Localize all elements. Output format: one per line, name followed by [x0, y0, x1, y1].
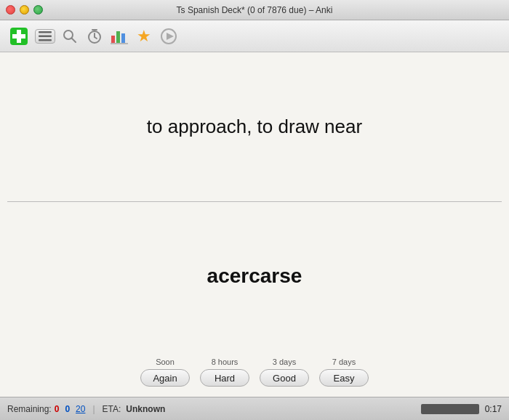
hard-button[interactable]: Hard — [200, 369, 249, 387]
svg-line-7 — [72, 38, 76, 42]
eta-label: ETA: — [103, 404, 121, 414]
card-front: to approach, to draw near — [0, 52, 509, 201]
browse-button[interactable] — [35, 29, 55, 44]
progress-bar-fill — [421, 404, 479, 414]
play-icon — [160, 28, 177, 45]
answer-buttons-area: Soon Again 8 hours Hard 3 days Good 7 da… — [0, 350, 509, 397]
status-bar: Remaining: 0 0 20 | ETA: Unknown 0:17 — [0, 397, 509, 420]
add-button[interactable] — [7, 25, 31, 48]
answer-group-again: Soon Again — [140, 358, 190, 387]
svg-line-10 — [95, 37, 97, 39]
svg-rect-13 — [116, 31, 120, 43]
timer-button[interactable] — [84, 26, 105, 47]
answer-label-1: 8 hours — [212, 358, 239, 366]
time-display: 0:17 — [485, 404, 502, 414]
remaining-num1: 0 — [55, 404, 60, 414]
stats-button[interactable] — [109, 26, 129, 47]
clock-icon — [86, 28, 103, 45]
play-button[interactable] — [159, 26, 179, 47]
progress-bar — [421, 404, 479, 414]
favorites-button[interactable]: ★ — [134, 26, 154, 47]
answer-label-3: 7 days — [332, 358, 356, 366]
good-button[interactable]: Good — [260, 369, 309, 387]
easy-button[interactable]: Easy — [319, 369, 369, 387]
card-back-text: acercarse — [207, 264, 302, 288]
svg-rect-12 — [111, 36, 115, 43]
browse-icon — [35, 29, 55, 44]
answer-group-good: 3 days Good — [260, 358, 309, 387]
eta-value: Unknown — [126, 404, 165, 414]
answer-label-0: Soon — [156, 358, 175, 366]
svg-rect-5 — [39, 39, 52, 41]
chart-icon — [111, 28, 128, 44]
search-button[interactable] — [60, 26, 80, 47]
remaining-label: Remaining: — [7, 404, 52, 414]
close-button[interactable] — [6, 5, 15, 15]
answer-group-hard: 8 hours Hard — [200, 358, 249, 387]
svg-marker-17 — [167, 33, 174, 40]
card-back: acercarse — [0, 202, 509, 351]
again-button[interactable]: Again — [140, 369, 190, 387]
answer-group-easy: 7 days Easy — [319, 358, 369, 387]
remaining-num2: 0 — [65, 404, 70, 414]
search-icon — [62, 28, 78, 44]
svg-rect-3 — [39, 31, 52, 33]
answer-label-2: 3 days — [273, 358, 296, 366]
title-bar: Ts Spanish Deck* (0 of 7876 due) – Anki — [0, 0, 509, 20]
card-front-text: to approach, to draw near — [147, 116, 362, 138]
svg-rect-2 — [12, 34, 25, 39]
svg-rect-4 — [39, 35, 52, 37]
remaining-num3[interactable]: 20 — [76, 404, 85, 414]
svg-rect-14 — [121, 33, 125, 43]
status-divider: | — [92, 404, 95, 414]
card-area: to approach, to draw near acercarse Soon… — [0, 52, 509, 397]
star-icon: ★ — [137, 28, 151, 44]
status-bar-right: 0:17 — [421, 404, 502, 414]
window-title: Ts Spanish Deck* (0 of 7876 due) – Anki — [177, 5, 333, 15]
toolbar: ★ — [0, 20, 509, 52]
maximize-button[interactable] — [33, 5, 43, 15]
traffic-lights — [6, 5, 43, 15]
minimize-button[interactable] — [20, 5, 29, 15]
